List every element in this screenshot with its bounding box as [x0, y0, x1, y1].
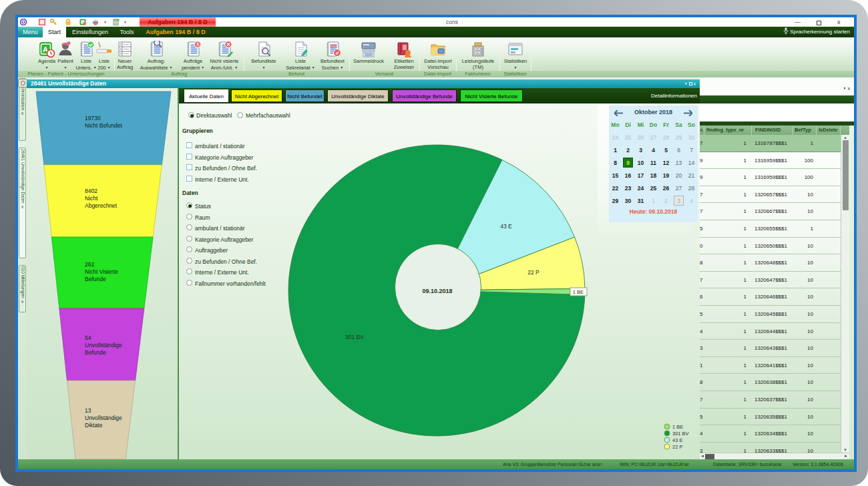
svg-text:1 BE: 1 BE: [573, 289, 584, 295]
svg-text:1 BE: 1 BE: [672, 424, 683, 430]
svg-text:22 P: 22 P: [672, 444, 682, 450]
svg-text:Abgerechnet: Abgerechnet: [85, 202, 118, 209]
svg-text:Befunde: Befunde: [85, 349, 106, 356]
svg-text:Unvollständige: Unvollständige: [85, 342, 122, 348]
svg-text:262: 262: [85, 261, 94, 268]
svg-text:Befunde: Befunde: [85, 276, 106, 282]
svg-text:8402: 8402: [85, 188, 97, 194]
svg-text:54: 54: [85, 334, 91, 341]
svg-text:13: 13: [85, 407, 91, 414]
svg-text:09.10.2018: 09.10.2018: [422, 288, 452, 294]
svg-text:Nicht: Nicht: [85, 195, 98, 202]
svg-text:19730: 19730: [85, 115, 101, 121]
svg-text:301 BV: 301 BV: [345, 334, 364, 340]
svg-text:43 E: 43 E: [500, 223, 512, 230]
svg-text:Nicht Visierte: Nicht Visierte: [85, 268, 118, 275]
svg-text:301 BV: 301 BV: [672, 431, 689, 437]
svg-text:Diktate: Diktate: [85, 422, 103, 429]
svg-text:43 E: 43 E: [672, 437, 682, 443]
svg-text:22 P: 22 P: [527, 269, 539, 276]
svg-text:Nicht Befundet: Nicht Befundet: [85, 122, 122, 129]
svg-text:Unvollständige: Unvollständige: [85, 415, 122, 421]
